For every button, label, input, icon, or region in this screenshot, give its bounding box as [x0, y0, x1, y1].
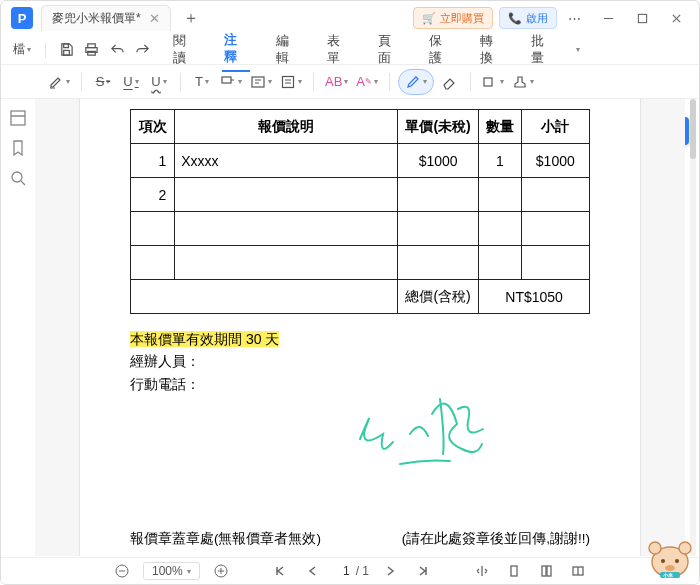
fit-page-button[interactable] [471, 560, 493, 582]
svg-point-30 [679, 542, 691, 554]
status-bar: 100%▾ / 1 [1, 557, 699, 584]
new-tab-button[interactable]: ＋ [179, 6, 203, 30]
tab-read[interactable]: 閱讀 [171, 29, 198, 71]
quote-table: 項次 報價說明 單價(未稅) 數量 小計 1 Xxxxx $1000 1 $10… [130, 109, 590, 314]
document-footer-text: 本報價單有效期間 30 天 經辦人員： 行動電話： [130, 328, 590, 395]
area-highlight-tool[interactable]: AB [322, 69, 351, 95]
stamp-tool[interactable] [509, 69, 537, 95]
svg-text:小米: 小米 [662, 572, 674, 578]
wavy-u: U [151, 74, 160, 89]
overflow-menu[interactable]: ⋯ [557, 3, 591, 33]
enable-label: 啟用 [526, 11, 548, 26]
buy-label: 立即購買 [440, 11, 484, 26]
view-continuous-button[interactable] [535, 560, 557, 582]
svg-rect-25 [547, 566, 551, 576]
pencil-tool[interactable] [398, 69, 434, 95]
svg-rect-5 [64, 50, 70, 55]
tab-convert[interactable]: 轉換 [478, 29, 505, 71]
cell-sub [521, 246, 589, 280]
cart-icon: 🛒 [422, 12, 436, 25]
svg-rect-11 [283, 76, 294, 87]
menu-overflow-icon[interactable]: ▾ [576, 45, 580, 54]
tab-edit[interactable]: 編輯 [274, 29, 301, 71]
stamp-right-text: (請在此處簽章後並回傳,謝謝!!) [402, 530, 590, 548]
document-page: 項次 報價說明 單價(未稅) 數量 小計 1 Xxxxx $1000 1 $10… [80, 99, 640, 556]
text-box-tool[interactable] [247, 69, 275, 95]
svg-rect-23 [511, 566, 517, 576]
zoom-out-button[interactable] [111, 560, 133, 582]
text-color-tool[interactable]: A✎ [353, 69, 381, 95]
cell-desc: Xxxxx [175, 144, 398, 178]
document-tab[interactable]: 麥兜小米報價單* ✕ [41, 5, 171, 31]
view-single-button[interactable] [503, 560, 525, 582]
cell-item [131, 246, 175, 280]
tab-title: 麥兜小米報價單* [52, 10, 141, 27]
window-maximize[interactable] [625, 3, 659, 33]
tab-page[interactable]: 頁面 [376, 29, 403, 71]
shapes-tool[interactable] [479, 69, 507, 95]
squiggly-underline-tool[interactable]: U [146, 69, 172, 95]
thumbnails-icon[interactable] [9, 109, 27, 127]
read-mode-button[interactable] [567, 560, 589, 582]
text-tool[interactable]: T [189, 69, 215, 95]
tab-protect[interactable]: 保護 [427, 29, 454, 71]
underline-tool[interactable]: U [118, 69, 144, 95]
tab-close-icon[interactable]: ✕ [149, 11, 160, 26]
redo-button[interactable] [132, 38, 153, 62]
first-page-button[interactable] [270, 560, 292, 582]
scrollbar-thumb[interactable] [690, 99, 696, 159]
table-row: 1 Xxxxx $1000 1 $1000 [131, 144, 590, 178]
page-current-input[interactable] [334, 563, 352, 579]
phone-icon: 📞 [508, 12, 522, 25]
mascot-badge: 小米 [643, 536, 693, 580]
prev-page-button[interactable] [302, 560, 324, 582]
cell-price [398, 178, 479, 212]
file-menu[interactable]: 檔▾ [9, 39, 35, 60]
save-button[interactable] [56, 38, 77, 62]
undo-button[interactable] [107, 38, 128, 62]
search-icon[interactable] [9, 169, 27, 187]
zoom-in-button[interactable] [210, 560, 232, 582]
tab-form[interactable]: 表單 [325, 29, 352, 71]
svg-rect-4 [64, 44, 69, 48]
zoom-value: 100% [152, 564, 183, 578]
header-desc: 報價說明 [175, 110, 398, 144]
window-minimize[interactable] [591, 3, 625, 33]
svg-point-15 [12, 172, 22, 182]
cell-desc [175, 212, 398, 246]
validity-text: 本報價單有效期間 30 天 [130, 331, 279, 347]
mobile-label: 行動電話： [130, 376, 200, 392]
bookmarks-icon[interactable] [9, 139, 27, 157]
stamp-left-text: 報價章蓋章處(無報價章者無效) [130, 530, 321, 548]
cell-item: 2 [131, 178, 175, 212]
cell-desc [175, 178, 398, 212]
header-item: 項次 [131, 110, 175, 144]
zoom-level[interactable]: 100%▾ [143, 562, 200, 580]
eraser-tool[interactable] [436, 69, 462, 95]
svg-rect-24 [542, 566, 546, 576]
window-close[interactable] [659, 3, 693, 33]
cell-item [131, 212, 175, 246]
next-page-button[interactable] [379, 560, 401, 582]
enable-button[interactable]: 📞 啟用 [499, 7, 557, 29]
table-row: 2 [131, 178, 590, 212]
left-sidebar [1, 99, 35, 187]
tab-batch[interactable]: 批量 [529, 29, 556, 71]
note-tool[interactable] [277, 69, 305, 95]
document-viewport[interactable]: 項次 報價說明 單價(未稅) 數量 小計 1 Xxxxx $1000 1 $10… [35, 99, 685, 556]
svg-point-32 [675, 559, 679, 563]
highlight-tool[interactable] [45, 69, 73, 95]
svg-point-33 [665, 565, 675, 571]
cell-price [398, 212, 479, 246]
vertical-scrollbar[interactable] [690, 99, 696, 556]
color-a: A [356, 74, 365, 89]
cell-qty [479, 212, 521, 246]
menu-bar: 檔▾ 閱讀 注釋 編輯 表單 頁面 保護 轉換 批量 ▾ [1, 35, 699, 65]
buy-button[interactable]: 🛒 立即購買 [413, 7, 493, 29]
strikethrough-tool[interactable]: S [90, 69, 116, 95]
tab-annotate[interactable]: 注釋 [222, 28, 249, 72]
last-page-button[interactable] [411, 560, 433, 582]
print-button[interactable] [81, 38, 102, 62]
svg-line-16 [21, 181, 25, 185]
text-callout-tool[interactable] [217, 69, 245, 95]
